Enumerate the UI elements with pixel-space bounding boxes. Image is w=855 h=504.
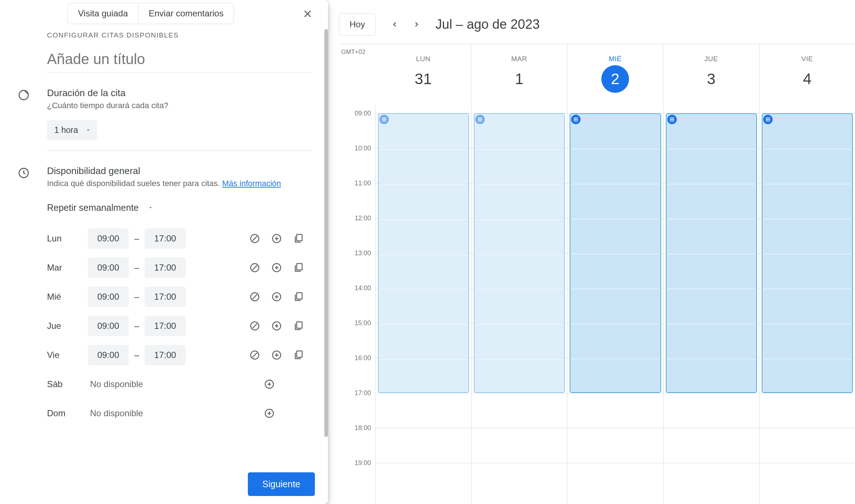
next-week-button[interactable] (408, 16, 425, 33)
remove-availability-button[interactable] (249, 349, 261, 361)
start-time-input[interactable]: 09:00 (88, 287, 129, 307)
duration-icon (17, 89, 30, 101)
svg-rect-11 (297, 292, 302, 299)
chevron-down-icon (148, 205, 153, 210)
slot-divider (379, 219, 468, 219)
day-header[interactable]: MAR1 (471, 44, 567, 104)
remove-availability-button[interactable] (249, 291, 261, 303)
slot-divider (762, 289, 852, 289)
start-time-input[interactable]: 09:00 (88, 228, 129, 249)
slot-divider (475, 219, 564, 219)
day-header[interactable]: MIÉ2 (567, 44, 663, 104)
grid-body[interactable] (375, 104, 855, 504)
add-interval-button[interactable] (270, 291, 283, 303)
hour-label: 19:00 (355, 459, 371, 467)
slot-divider (570, 219, 660, 219)
start-time-input[interactable]: 09:00 (88, 345, 129, 365)
add-interval-button[interactable] (270, 232, 283, 245)
repeat-value: Repetir semanalmente (47, 202, 139, 213)
day-name: VIE (801, 55, 813, 63)
days-list: Lun09:00–17:00Mar09:00–17:00Mié09:00–17:… (47, 224, 312, 428)
appointment-title-input[interactable] (47, 48, 312, 73)
scrollbar[interactable] (324, 29, 328, 437)
add-interval-button[interactable] (263, 407, 276, 420)
day-row: Lun09:00–17:00 (47, 224, 312, 253)
slot-divider (667, 219, 756, 219)
slot-divider (475, 254, 564, 254)
availability-block[interactable] (762, 113, 853, 393)
add-interval-button[interactable] (263, 378, 276, 390)
add-interval-button[interactable] (270, 320, 283, 332)
next-button[interactable]: Siguiente (248, 472, 315, 496)
remove-availability-button[interactable] (249, 232, 261, 245)
day-header[interactable]: VIE4 (759, 44, 855, 104)
day-row: Vie09:00–17:00 (47, 340, 312, 370)
day-column[interactable] (567, 104, 663, 504)
add-interval-button[interactable] (270, 261, 283, 274)
slot-divider (762, 219, 852, 219)
end-time-input[interactable]: 17:00 (145, 257, 186, 278)
day-row: Jue09:00–17:00 (47, 311, 312, 340)
slot-divider (762, 324, 852, 324)
add-interval-button[interactable] (270, 349, 283, 361)
day-column[interactable] (663, 104, 759, 504)
svg-rect-5 (297, 234, 302, 241)
unavailable-label: No disponible (88, 379, 143, 389)
day-header[interactable]: JUE3 (663, 44, 759, 104)
remove-availability-button[interactable] (249, 320, 261, 332)
availability-block[interactable] (474, 113, 565, 393)
day-column[interactable] (759, 104, 855, 504)
time-dash: – (129, 321, 145, 331)
end-time-input[interactable]: 17:00 (145, 316, 186, 336)
availability-block[interactable] (666, 113, 757, 393)
day-row: DomNo disponible (47, 399, 312, 428)
day-label: Dom (47, 408, 88, 418)
day-label: Mié (47, 292, 88, 302)
day-number: 3 (697, 65, 725, 93)
copy-to-all-button[interactable] (292, 232, 305, 245)
close-panel-button[interactable] (300, 7, 315, 21)
remove-availability-button[interactable] (249, 261, 261, 274)
slot-divider (762, 359, 852, 359)
end-time-input[interactable]: 17:00 (145, 345, 186, 365)
copy-to-all-button[interactable] (292, 320, 305, 332)
time-dash: – (129, 292, 145, 302)
slot-divider (475, 149, 564, 149)
end-time-input[interactable]: 17:00 (145, 287, 186, 307)
tab-send-feedback[interactable]: Enviar comentarios (138, 3, 234, 24)
availability-block[interactable] (378, 113, 469, 393)
timezone-label: GMT+02 (341, 48, 366, 56)
slot-divider (475, 359, 564, 359)
day-number: 2 (601, 65, 629, 93)
today-button[interactable]: Hoy (339, 13, 376, 36)
calendar-title: Jul – ago de 2023 (436, 17, 540, 32)
slot-divider (667, 289, 756, 289)
copy-to-all-button[interactable] (292, 349, 305, 361)
tab-guided-tour[interactable]: Visita guiada (68, 3, 138, 24)
start-time-input[interactable]: 09:00 (88, 257, 129, 278)
repeat-select[interactable]: Repetir semanalmente (47, 202, 153, 213)
slot-divider (762, 184, 852, 184)
day-header[interactable]: LUN31 (375, 44, 471, 104)
copy-to-all-button[interactable] (292, 291, 305, 303)
slot-divider (379, 324, 468, 324)
appointment-slot-icon (571, 115, 581, 124)
hour-label: 11:00 (355, 180, 371, 187)
svg-rect-8 (297, 263, 302, 270)
day-column[interactable] (375, 104, 471, 504)
prev-week-button[interactable] (386, 16, 403, 33)
availability-block[interactable] (570, 113, 661, 393)
slot-divider (475, 184, 564, 184)
duration-value: 1 hora (54, 125, 78, 135)
day-column[interactable] (471, 104, 567, 504)
day-name: MAR (511, 55, 527, 63)
duration-select[interactable]: 1 hora (47, 120, 97, 140)
appointment-slot-icon (667, 115, 677, 124)
start-time-input[interactable]: 09:00 (88, 316, 129, 336)
copy-to-all-button[interactable] (292, 261, 305, 274)
slot-divider (570, 359, 660, 359)
svg-rect-17 (297, 351, 302, 357)
more-info-link[interactable]: Más información (222, 179, 281, 188)
appointment-slot-icon (379, 115, 389, 124)
end-time-input[interactable]: 17:00 (145, 228, 186, 249)
